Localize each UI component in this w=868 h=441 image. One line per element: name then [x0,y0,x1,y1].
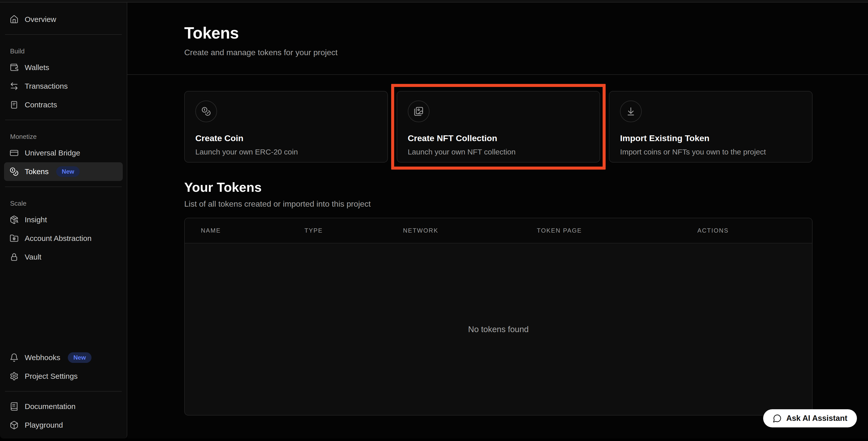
sidebar-item-label: Universal Bridge [25,149,80,157]
your-tokens-title: Your Tokens [184,180,812,195]
package-search-icon [9,215,19,224]
sidebar-item-wallets[interactable]: Wallets [4,58,123,77]
sidebar-group-label-monetize: Monetize [0,133,127,140]
sidebar-item-contracts[interactable]: Contracts [4,95,123,114]
sidebar-item-label: Playground [25,421,63,430]
your-tokens-section: Your Tokens List of all tokens created o… [184,180,812,415]
sidebar-item-label: Transactions [25,82,68,91]
cube-icon [9,420,19,430]
tokens-table-body: No tokens found [185,244,812,415]
card-title: Create NFT Collection [408,133,589,143]
sidebar-item-account-abstraction[interactable]: Account Abstraction [4,229,123,248]
tokens-table: NAME TYPE NETWORK TOKEN PAGE ACTIONS No … [184,218,812,415]
arrows-left-right-icon [9,82,19,91]
token-action-cards: Create Coin Launch your own ERC-20 coin … [184,91,812,162]
action-highlight-ring [391,84,606,169]
sidebar: Overview Build Wallets Transactions Cont… [0,2,127,439]
sidebar-item-insight[interactable]: Insight [4,211,123,229]
home-icon [9,15,19,24]
wallet-icon [9,63,19,72]
new-badge: New [56,166,80,177]
ask-ai-assistant-label: Ask AI Assistant [786,414,847,423]
download-icon [620,100,642,122]
credit-card-icon [9,149,19,158]
sidebar-spacer [0,266,127,348]
folder-shield-icon [9,234,19,243]
main-content: Tokens Create and manage tokens for your… [127,2,868,439]
card-description: Launch your own ERC-20 coin [195,148,377,156]
sidebar-item-label: Wallets [25,63,49,72]
card-title: Import Existing Token [620,133,802,143]
sidebar-item-label: Project Settings [25,372,78,380]
card-title: Create Coin [195,133,377,143]
message-circle-icon [773,414,782,423]
lock-icon [9,252,19,261]
sidebar-item-project-settings[interactable]: Project Settings [4,367,123,385]
app-row: Overview Build Wallets Transactions Cont… [0,2,868,439]
sidebar-divider [5,34,122,35]
create-coin-card[interactable]: Create Coin Launch your own ERC-20 coin [184,91,388,162]
column-header-actions: ACTIONS [698,227,812,234]
card-description: Import coins or NFTs you own to the proj… [620,148,802,156]
column-header-name: NAME [185,227,305,234]
import-existing-token-card[interactable]: Import Existing Token Import coins or NF… [609,91,812,162]
sidebar-item-label: Vault [25,253,41,261]
new-badge: New [68,352,91,363]
sidebar-item-label: Contracts [25,100,57,109]
sidebar-item-label: Insight [25,216,47,224]
column-header-type: TYPE [305,227,403,234]
sidebar-item-label: Documentation [25,402,75,411]
sidebar-item-tokens[interactable]: Tokens New [4,162,123,181]
tokens-table-header: NAME TYPE NETWORK TOKEN PAGE ACTIONS [185,218,812,244]
book-icon [9,402,19,411]
sidebar-item-label: Overview [25,15,56,24]
topbar [0,0,868,2]
contract-file-icon [9,100,19,109]
create-nft-collection-card[interactable]: Create NFT Collection Launch your own NF… [397,91,600,162]
sidebar-divider [5,187,122,187]
bell-icon [9,353,19,362]
sidebar-item-label: Tokens [25,167,49,176]
coins-icon [195,100,217,122]
sidebar-group-label-build: Build [0,48,127,55]
sidebar-item-vault[interactable]: Vault [4,248,123,266]
page-header: Tokens Create and manage tokens for your… [127,2,868,57]
sidebar-divider [5,120,122,120]
gear-icon [9,372,19,381]
card-description: Launch your own NFT collection [408,148,589,156]
sidebar-item-overview[interactable]: Overview [4,10,123,29]
sidebar-item-label: Account Abstraction [25,234,92,243]
column-header-network: NETWORK [403,227,537,234]
page-subtitle: Create and manage tokens for your projec… [184,48,812,57]
sidebar-item-playground[interactable]: Playground [4,416,123,435]
sidebar-item-documentation[interactable]: Documentation [4,397,123,416]
sidebar-item-universal-bridge[interactable]: Universal Bridge [4,144,123,162]
content: Create Coin Launch your own ERC-20 coin … [127,75,868,415]
sidebar-item-webhooks[interactable]: Webhooks New [4,348,123,367]
your-tokens-subtitle: List of all tokens created or imported i… [184,199,812,209]
sidebar-item-transactions[interactable]: Transactions [4,77,123,95]
column-header-token-page: TOKEN PAGE [537,227,698,234]
sidebar-divider [5,391,122,391]
ask-ai-assistant-button[interactable]: Ask AI Assistant [763,409,857,428]
sidebar-item-label: Webhooks [25,353,60,362]
empty-state-text: No tokens found [468,324,528,334]
images-icon [408,100,430,122]
coins-icon [9,167,19,176]
sidebar-group-label-scale: Scale [0,199,127,208]
page-title: Tokens [184,24,812,42]
